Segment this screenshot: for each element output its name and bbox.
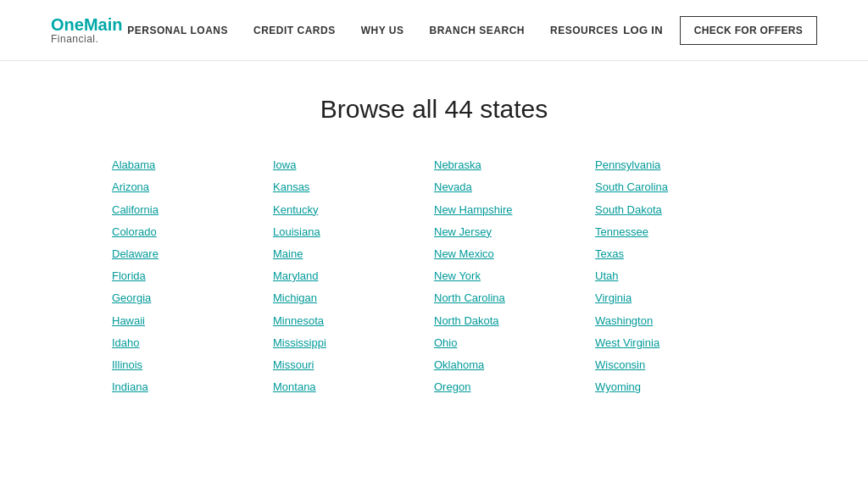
- state-link-north-carolina[interactable]: North Carolina: [434, 291, 595, 306]
- nav-item-personal-loans[interactable]: PERSONAL LOANS: [127, 25, 228, 36]
- state-link-new-hampshire[interactable]: New Hampshire: [434, 202, 595, 218]
- page-title: Browse all 44 states: [70, 95, 798, 124]
- state-link-west-virginia[interactable]: West Virginia: [595, 336, 756, 351]
- state-link-kansas[interactable]: Kansas: [273, 180, 434, 195]
- state-link-louisiana[interactable]: Louisiana: [273, 225, 434, 240]
- state-link-texas[interactable]: Texas: [595, 247, 756, 262]
- state-link-florida[interactable]: Florida: [112, 269, 273, 284]
- state-link-missouri[interactable]: Missouri: [273, 358, 434, 373]
- state-link-washington[interactable]: Washington: [595, 313, 756, 329]
- state-link-ohio[interactable]: Ohio: [434, 336, 595, 351]
- state-link-south-dakota[interactable]: South Dakota: [595, 202, 756, 218]
- state-link-maryland[interactable]: Maryland: [273, 269, 434, 284]
- nav-item-resources[interactable]: RESOURCES: [550, 25, 619, 36]
- state-link-colorado[interactable]: Colorado: [112, 225, 273, 240]
- check-offers-button[interactable]: CHECK FOR OFFERS: [680, 16, 817, 45]
- state-link-maine[interactable]: Maine: [273, 247, 434, 262]
- logo-text-one: OneMain: [51, 15, 122, 34]
- main-nav: PERSONAL LOANSCREDIT CARDSWHY USBRANCH S…: [127, 25, 618, 36]
- state-link-california[interactable]: California: [112, 202, 273, 218]
- logo-text-financial: Financial.: [51, 34, 122, 45]
- state-link-utah[interactable]: Utah: [595, 269, 756, 284]
- site-header: OneMain Financial. PERSONAL LOANSCREDIT …: [0, 0, 868, 61]
- state-link-new-mexico[interactable]: New Mexico: [434, 247, 595, 262]
- state-link-hawaii[interactable]: Hawaii: [112, 313, 273, 329]
- state-link-mississippi[interactable]: Mississippi: [273, 336, 434, 351]
- state-link-new-jersey[interactable]: New Jersey: [434, 225, 595, 240]
- state-link-north-dakota[interactable]: North Dakota: [434, 313, 595, 329]
- state-link-pennsylvania[interactable]: Pennsylvania: [595, 158, 756, 173]
- state-link-georgia[interactable]: Georgia: [112, 291, 273, 306]
- states-grid: AlabamaArizonaCaliforniaColoradoDelaware…: [112, 158, 756, 395]
- nav-item-branch-search[interactable]: BRANCH SEARCH: [429, 25, 525, 36]
- state-link-arizona[interactable]: Arizona: [112, 180, 273, 195]
- state-column-4: PennsylvaniaSouth CarolinaSouth DakotaTe…: [595, 158, 756, 395]
- nav-item-credit-cards[interactable]: CREDIT CARDS: [253, 25, 336, 36]
- state-link-virginia[interactable]: Virginia: [595, 291, 756, 306]
- state-link-nebraska[interactable]: Nebraska: [434, 158, 595, 173]
- state-link-michigan[interactable]: Michigan: [273, 291, 434, 306]
- state-column-3: NebraskaNevadaNew HampshireNew JerseyNew…: [434, 158, 595, 395]
- state-link-nevada[interactable]: Nevada: [434, 180, 595, 195]
- state-link-oklahoma[interactable]: Oklahoma: [434, 358, 595, 373]
- state-link-montana[interactable]: Montana: [273, 380, 434, 395]
- state-link-kentucky[interactable]: Kentucky: [273, 202, 434, 218]
- nav-item-why-us[interactable]: WHY US: [361, 25, 404, 36]
- state-column-1: AlabamaArizonaCaliforniaColoradoDelaware…: [112, 158, 273, 395]
- state-link-south-carolina[interactable]: South Carolina: [595, 180, 756, 195]
- header-right: LOG IN CHECK FOR OFFERS: [623, 16, 817, 45]
- state-link-delaware[interactable]: Delaware: [112, 247, 273, 262]
- state-link-iowa[interactable]: Iowa: [273, 158, 434, 173]
- state-link-idaho[interactable]: Idaho: [112, 336, 273, 351]
- state-link-wisconsin[interactable]: Wisconsin: [595, 358, 756, 373]
- state-link-alabama[interactable]: Alabama: [112, 158, 273, 173]
- logo[interactable]: OneMain Financial.: [51, 15, 122, 45]
- state-link-minnesota[interactable]: Minnesota: [273, 313, 434, 329]
- state-link-indiana[interactable]: Indiana: [112, 380, 273, 395]
- state-link-wyoming[interactable]: Wyoming: [595, 380, 756, 395]
- state-link-oregon[interactable]: Oregon: [434, 380, 595, 395]
- main-content: Browse all 44 states AlabamaArizonaCalif…: [53, 61, 815, 446]
- state-link-illinois[interactable]: Illinois: [112, 358, 273, 373]
- state-column-2: IowaKansasKentuckyLouisianaMaineMaryland…: [273, 158, 434, 395]
- login-button[interactable]: LOG IN: [623, 24, 663, 36]
- state-link-new-york[interactable]: New York: [434, 269, 595, 284]
- state-link-tennessee[interactable]: Tennessee: [595, 225, 756, 240]
